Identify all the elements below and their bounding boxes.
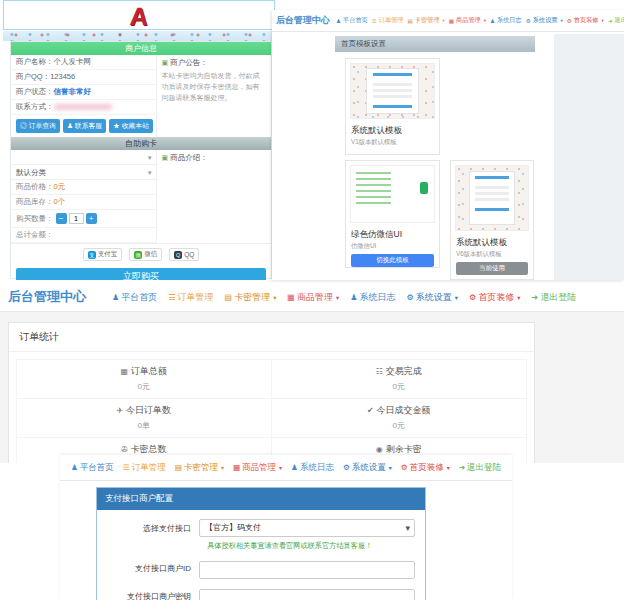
nav-item-卡密管理[interactable]: ▤卡密管理▾: [175, 462, 224, 474]
chevron-down-icon: ▾: [279, 464, 282, 471]
nav-item-退出登陆[interactable]: ➜退出登陆: [459, 462, 501, 474]
templates-window: 后台管理中心 ♟平台首页☰订单管理▤卡密管理▾▦商品管理▾♟系统日志⚙系统设置▾…: [272, 10, 624, 280]
stat-label: ✔今日成交金额: [272, 404, 527, 417]
template-action-button[interactable]: 切换此模板: [351, 254, 434, 267]
payment-config-title: 支付接口商户配置: [97, 488, 425, 510]
merchant-notice-label: ▣商户公告：: [162, 58, 266, 68]
nav-item-卡密管理[interactable]: ▤卡密管理▾: [225, 291, 277, 304]
payment-label: 微信: [144, 250, 157, 259]
nav-item-label: 商品管理: [242, 462, 276, 474]
button-label: 订单查询: [29, 122, 56, 129]
nav-item-平台首页[interactable]: ♟平台首页: [112, 291, 157, 304]
shop-action-button[interactable]: ♟ 联系客服: [63, 119, 106, 133]
chevron-down-icon: ▾: [447, 464, 450, 471]
nav-item-平台首页[interactable]: ♟平台首页: [71, 462, 114, 474]
nav-item-label: 首页装修: [574, 16, 599, 25]
nav-item-平台首页[interactable]: ♟平台首页: [336, 16, 368, 25]
button-label: 联系客服: [75, 122, 102, 129]
product-select-0[interactable]: ▾: [11, 150, 156, 165]
gear-icon: ⚙: [469, 292, 476, 302]
plane-icon: ✈: [116, 406, 123, 415]
nav-item-卡密管理[interactable]: ▤卡密管理▾: [408, 16, 445, 25]
total-row: 总计金额：: [11, 228, 156, 243]
template-subtitle: 仿微信UI: [346, 241, 439, 254]
chevron-down-icon: ▾: [221, 464, 224, 471]
nav-item-label: 订单管理: [379, 16, 404, 25]
nav-item-系统日志[interactable]: ♟系统日志: [291, 462, 334, 474]
search-icon: ◎: [20, 122, 29, 129]
nav-item-系统设置[interactable]: ⚙系统设置▾: [526, 16, 563, 25]
field-label: 联系方式：: [16, 102, 54, 111]
payment-option-微信[interactable]: 微微信: [129, 248, 162, 261]
merchant-id-label: 支付接口商户ID: [107, 563, 199, 574]
nav-item-商品管理[interactable]: ▦商品管理▾: [287, 291, 339, 304]
quantity-plus-button[interactable]: +: [86, 213, 97, 224]
logout-icon: ➜: [531, 292, 538, 302]
nav-item-label: 卡密管理: [184, 462, 218, 474]
stat-label-text: 交易完成: [386, 366, 422, 376]
stat-label-text: 今日成交金额: [377, 405, 431, 415]
payment-interface-select[interactable]: 【官方】码支付 ▾: [199, 519, 415, 537]
nav-item-label: 平台首页: [343, 16, 368, 25]
button-label: 收藏本站: [122, 122, 149, 129]
field-label: 商户QQ：: [16, 72, 50, 81]
grid-icon: ▦: [120, 367, 128, 376]
shop-action-button[interactable]: ★ 收藏本站: [109, 119, 153, 133]
nav-item-商品管理[interactable]: ▦商品管理▾: [233, 462, 282, 474]
nav-item-label: 平台首页: [80, 462, 114, 474]
stat-label-text: 卡密总数: [131, 444, 167, 454]
nav-item-订单管理[interactable]: ☰订单管理: [123, 462, 166, 474]
payment-option-QQ[interactable]: QQQ: [169, 248, 199, 261]
field-value: 0元: [54, 182, 66, 191]
nav-item-系统设置[interactable]: ⚙系统设置▾: [343, 462, 392, 474]
coins-icon: ◉: [376, 445, 383, 454]
nav-item-首页装修[interactable]: ⚙首页装修▾: [401, 462, 450, 474]
nav-item-label: 系统设置: [352, 462, 386, 474]
nav-item-退出登陆[interactable]: ➜退出登陆: [531, 291, 576, 304]
nav-item-订单管理[interactable]: ☰订单管理: [168, 291, 213, 304]
merchant-id-input[interactable]: [199, 561, 415, 579]
payment-window: ♟平台首页☰订单管理▤卡密管理▾▦商品管理▾♟系统日志⚙系统设置▾⚙首页装修▾➜…: [60, 455, 512, 600]
payment-icon: 支: [88, 251, 96, 259]
template-section-title: 首页模板设置: [335, 36, 535, 52]
star-icon: ★: [113, 122, 122, 129]
nav-item-商品管理[interactable]: ▦商品管理▾: [449, 16, 486, 25]
user-icon: ♟: [350, 292, 357, 302]
nav-item-label: 退出登陆: [614, 16, 624, 25]
merchant-info-row: 商户状态：信誉非常好: [11, 85, 156, 100]
brand-title[interactable]: 后台管理中心: [8, 288, 86, 306]
product-field-row: 商品库存：0个: [11, 195, 156, 210]
nav-item-系统日志[interactable]: ♟系统日志: [350, 291, 395, 304]
shop-action-button[interactable]: ◎ 订单查询: [16, 119, 60, 133]
template-card: 系统默认模板V1版本默认模板: [345, 58, 440, 155]
quantity-input[interactable]: [69, 213, 84, 224]
quantity-minus-button[interactable]: −: [56, 213, 67, 224]
order-stats-title: 订单统计: [9, 323, 534, 352]
product-field-row: 商品价格：0元: [11, 180, 156, 195]
nav-item-系统日志[interactable]: ♟系统日志: [490, 16, 522, 25]
gear-icon: ⚙: [401, 463, 408, 472]
nav-item-首页装修[interactable]: ⚙首页装修▾: [469, 291, 520, 304]
payment-option-支付宝[interactable]: 支支付宝: [83, 248, 123, 261]
admin-navbar: 后台管理中心 ♟平台首页☰订单管理▤卡密管理▾▦商品管理▾♟系统日志⚙系统设置▾…: [0, 283, 624, 312]
stat-value: 0元: [17, 381, 271, 392]
nav-item-label: 平台首页: [121, 291, 157, 304]
stat-cell: ✔今日成交金额0元: [272, 399, 527, 438]
nav-item-label: 系统设置: [533, 16, 558, 25]
field-label: 商户名称：: [16, 57, 54, 66]
brand-title[interactable]: 后台管理中心: [276, 14, 330, 27]
product-select-1[interactable]: 默认分类▾: [11, 165, 156, 180]
nav-item-订单管理[interactable]: ☰订单管理: [372, 16, 404, 25]
nav-item-系统设置[interactable]: ⚙系统设置▾: [406, 291, 457, 304]
stat-label: ☷交易完成: [272, 365, 527, 378]
merchant-key-input[interactable]: [199, 589, 415, 600]
logout-icon: ➜: [608, 18, 613, 24]
nav-item-首页装修[interactable]: ⚙首页装修▾: [567, 16, 604, 25]
buy-now-button[interactable]: 立即购买: [16, 268, 266, 280]
user-icon: ♟: [67, 122, 75, 129]
logout-icon: ➜: [459, 463, 465, 472]
nav-item-label: 商品管理: [297, 291, 333, 304]
nav-item-退出登陆[interactable]: ➜退出登陆: [608, 16, 624, 25]
nav-item-label: 系统设置: [416, 291, 452, 304]
site-logo: A: [129, 1, 149, 31]
